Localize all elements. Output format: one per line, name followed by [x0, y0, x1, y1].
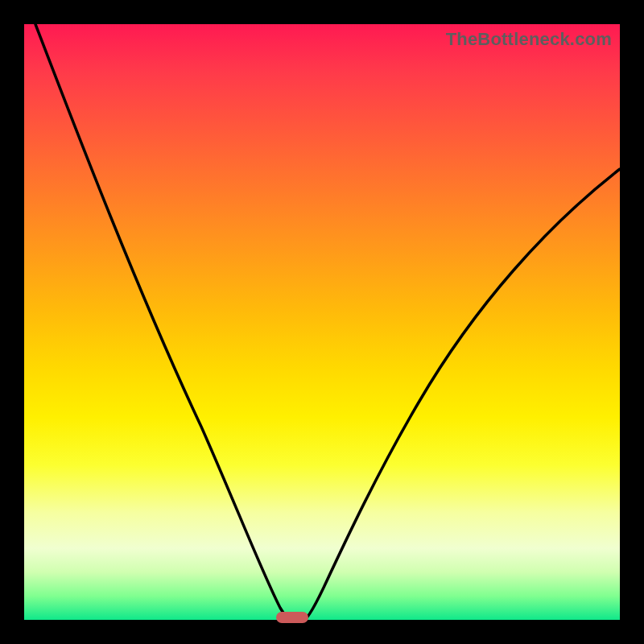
bottleneck-marker [276, 612, 308, 623]
curve-layer [24, 24, 620, 620]
left-curve [35, 24, 291, 620]
chart-frame: TheBottleneck.com [0, 0, 644, 644]
right-curve [304, 169, 620, 620]
plot-area: TheBottleneck.com [24, 24, 620, 620]
